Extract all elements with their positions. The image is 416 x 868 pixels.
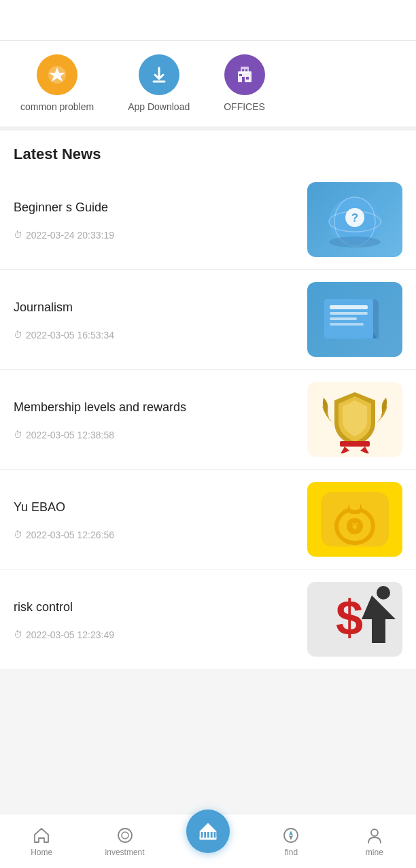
latest-news-section: Latest News Beginner s Guide ⏱ 2022-03-2…	[0, 131, 416, 669]
svg-rect-38	[211, 831, 213, 837]
svg-rect-19	[330, 323, 364, 326]
news-date-journalism: ⏱ 2022-03-05 16:53:34	[14, 330, 297, 341]
common-problem-icon	[37, 54, 77, 95]
svg-rect-4	[242, 77, 245, 82]
news-thumb-journalism	[307, 282, 402, 357]
svg-point-30	[377, 586, 390, 600]
svg-text:$: $	[336, 591, 363, 645]
clock-icon-2: ⏱	[14, 330, 22, 340]
svg-marker-40	[201, 822, 216, 830]
latest-news-header: Latest News	[0, 131, 416, 170]
nav-label-find: find	[285, 848, 298, 857]
quick-action-app-download[interactable]: App Download	[128, 54, 190, 113]
svg-point-31	[118, 829, 132, 842]
nav-label-mine: mine	[366, 848, 383, 857]
clock-icon-5: ⏱	[14, 629, 22, 640]
news-date-beginners-guide: ⏱ 2022-03-24 20:33:19	[14, 230, 297, 241]
news-title-beginners-guide: Beginner s Guide	[14, 199, 297, 216]
news-title-risk-control: risk control	[14, 599, 297, 616]
svg-rect-25	[349, 502, 360, 510]
news-date-yu-ebao: ⏱ 2022-03-05 12:26:56	[14, 530, 297, 540]
svg-rect-37	[207, 831, 209, 837]
main-content: common problem App Download	[0, 41, 416, 730]
compass-icon	[281, 826, 300, 845]
quick-actions: common problem App Download	[0, 41, 416, 131]
app-download-label: App Download	[128, 101, 190, 113]
svg-marker-43	[289, 835, 293, 840]
news-title-journalism: Journalism	[14, 299, 297, 316]
svg-rect-16	[330, 305, 368, 309]
svg-rect-39	[214, 831, 216, 837]
news-date-membership: ⏱ 2022-03-05 12:38:58	[14, 430, 297, 440]
svg-point-32	[122, 832, 128, 839]
app-download-icon	[139, 54, 179, 95]
common-problem-label: common problem	[20, 101, 94, 113]
news-item-journalism[interactable]: Journalism ⏱ 2022-03-05 16:53:34	[0, 270, 416, 370]
svg-marker-42	[289, 831, 293, 835]
news-item-beginners-guide[interactable]: Beginner s Guide ⏱ 2022-03-24 20:33:19 ?	[0, 170, 416, 270]
svg-rect-35	[201, 831, 203, 837]
svg-rect-20	[340, 441, 370, 447]
nav-item-mine[interactable]: mine	[333, 826, 416, 857]
clock-icon: ⏱	[14, 230, 22, 240]
clock-icon-3: ⏱	[14, 430, 22, 440]
nav-item-center[interactable]	[167, 810, 249, 853]
svg-rect-18	[330, 317, 357, 320]
news-thumb-membership	[307, 382, 402, 457]
svg-rect-17	[330, 312, 368, 315]
nav-label-home: Home	[31, 848, 52, 857]
diamond-icon	[116, 826, 135, 845]
home-icon	[32, 826, 51, 845]
person-icon	[365, 826, 384, 845]
nav-item-investment[interactable]: investment	[83, 826, 166, 857]
nav-label-investment: investment	[105, 848, 145, 857]
svg-rect-36	[204, 831, 206, 837]
offices-label: OFFICES	[224, 101, 265, 113]
nav-item-home[interactable]: Home	[0, 826, 83, 857]
center-nav-button[interactable]	[186, 810, 230, 853]
news-thumb-yu-ebao: ¥	[307, 482, 402, 557]
top-spacer	[0, 0, 416, 41]
svg-rect-3	[241, 67, 249, 73]
news-thumb-risk-control: $	[307, 582, 402, 657]
news-thumb-beginners-guide: ?	[307, 182, 402, 257]
news-title-membership: Membership levels and rewards	[14, 399, 297, 416]
svg-point-14	[329, 237, 381, 247]
svg-text:?: ?	[351, 211, 358, 224]
svg-point-44	[371, 829, 378, 836]
quick-action-offices[interactable]: OFFICES	[224, 54, 265, 113]
clock-icon-4: ⏱	[14, 530, 22, 540]
latest-news-title: Latest News	[14, 145, 402, 163]
news-date-risk-control: ⏱ 2022-03-05 12:23:49	[14, 629, 297, 640]
news-title-yu-ebao: Yu EBAO	[14, 499, 297, 516]
svg-rect-8	[245, 69, 247, 71]
svg-rect-6	[239, 74, 242, 76]
news-item-membership[interactable]: Membership levels and rewards ⏱ 2022-03-…	[0, 370, 416, 470]
nav-item-find[interactable]: find	[249, 826, 332, 857]
svg-rect-7	[242, 69, 244, 71]
quick-action-common-problem[interactable]: common problem	[20, 54, 94, 113]
offices-icon	[224, 54, 265, 95]
svg-text:¥: ¥	[352, 520, 358, 532]
svg-rect-5	[246, 77, 249, 80]
news-item-risk-control[interactable]: risk control ⏱ 2022-03-05 12:23:49 $	[0, 570, 416, 669]
bottom-nav: Home investment	[0, 814, 416, 868]
news-item-yu-ebao[interactable]: Yu EBAO ⏱ 2022-03-05 12:26:56	[0, 470, 416, 570]
